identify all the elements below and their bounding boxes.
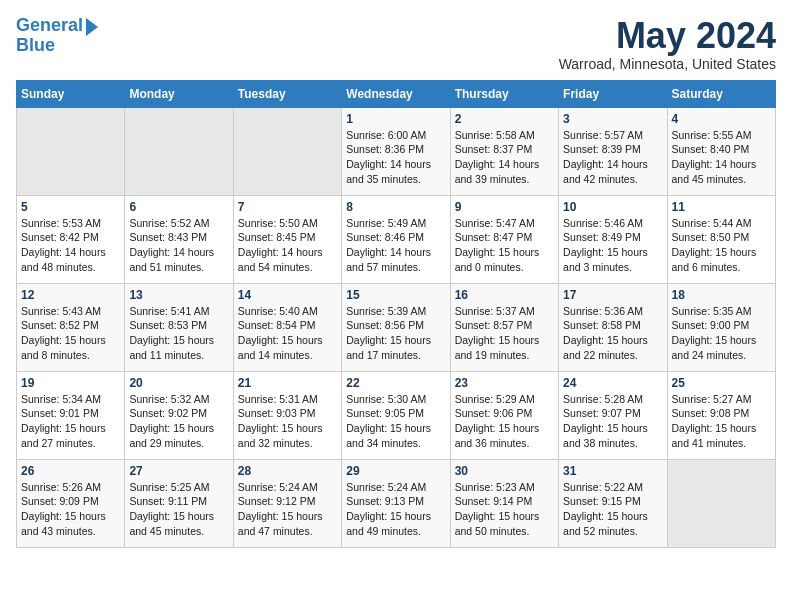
calendar-cell: 26Sunrise: 5:26 AM Sunset: 9:09 PM Dayli…: [17, 459, 125, 547]
day-number: 3: [563, 112, 662, 126]
calendar-cell: 17Sunrise: 5:36 AM Sunset: 8:58 PM Dayli…: [559, 283, 667, 371]
day-info: Sunrise: 5:30 AM Sunset: 9:05 PM Dayligh…: [346, 392, 445, 451]
calendar-cell: 12Sunrise: 5:43 AM Sunset: 8:52 PM Dayli…: [17, 283, 125, 371]
calendar-cell: 9Sunrise: 5:47 AM Sunset: 8:47 PM Daylig…: [450, 195, 558, 283]
calendar-cell: 24Sunrise: 5:28 AM Sunset: 9:07 PM Dayli…: [559, 371, 667, 459]
day-number: 21: [238, 376, 337, 390]
day-number: 31: [563, 464, 662, 478]
day-number: 10: [563, 200, 662, 214]
weekday-header-tuesday: Tuesday: [233, 80, 341, 107]
day-number: 16: [455, 288, 554, 302]
day-info: Sunrise: 5:55 AM Sunset: 8:40 PM Dayligh…: [672, 128, 771, 187]
calendar-cell: 29Sunrise: 5:24 AM Sunset: 9:13 PM Dayli…: [342, 459, 450, 547]
day-number: 15: [346, 288, 445, 302]
day-info: Sunrise: 5:39 AM Sunset: 8:56 PM Dayligh…: [346, 304, 445, 363]
day-number: 28: [238, 464, 337, 478]
day-info: Sunrise: 5:25 AM Sunset: 9:11 PM Dayligh…: [129, 480, 228, 539]
day-info: Sunrise: 5:43 AM Sunset: 8:52 PM Dayligh…: [21, 304, 120, 363]
calendar-cell: 5Sunrise: 5:53 AM Sunset: 8:42 PM Daylig…: [17, 195, 125, 283]
day-info: Sunrise: 5:29 AM Sunset: 9:06 PM Dayligh…: [455, 392, 554, 451]
day-number: 26: [21, 464, 120, 478]
day-info: Sunrise: 5:32 AM Sunset: 9:02 PM Dayligh…: [129, 392, 228, 451]
day-info: Sunrise: 5:40 AM Sunset: 8:54 PM Dayligh…: [238, 304, 337, 363]
header-row: SundayMondayTuesdayWednesdayThursdayFrid…: [17, 80, 776, 107]
day-info: Sunrise: 5:26 AM Sunset: 9:09 PM Dayligh…: [21, 480, 120, 539]
day-number: 27: [129, 464, 228, 478]
day-number: 30: [455, 464, 554, 478]
calendar-cell: [667, 459, 775, 547]
calendar-cell: 22Sunrise: 5:30 AM Sunset: 9:05 PM Dayli…: [342, 371, 450, 459]
week-row-4: 26Sunrise: 5:26 AM Sunset: 9:09 PM Dayli…: [17, 459, 776, 547]
day-info: Sunrise: 5:44 AM Sunset: 8:50 PM Dayligh…: [672, 216, 771, 275]
day-number: 11: [672, 200, 771, 214]
calendar-cell: 10Sunrise: 5:46 AM Sunset: 8:49 PM Dayli…: [559, 195, 667, 283]
weekday-header-saturday: Saturday: [667, 80, 775, 107]
day-number: 7: [238, 200, 337, 214]
week-row-1: 5Sunrise: 5:53 AM Sunset: 8:42 PM Daylig…: [17, 195, 776, 283]
day-number: 25: [672, 376, 771, 390]
location: Warroad, Minnesota, United States: [559, 56, 776, 72]
day-info: Sunrise: 5:36 AM Sunset: 8:58 PM Dayligh…: [563, 304, 662, 363]
day-info: Sunrise: 5:34 AM Sunset: 9:01 PM Dayligh…: [21, 392, 120, 451]
day-number: 17: [563, 288, 662, 302]
day-number: 9: [455, 200, 554, 214]
day-number: 8: [346, 200, 445, 214]
day-number: 18: [672, 288, 771, 302]
logo-line2: Blue: [16, 36, 98, 56]
day-info: Sunrise: 5:24 AM Sunset: 9:12 PM Dayligh…: [238, 480, 337, 539]
week-row-3: 19Sunrise: 5:34 AM Sunset: 9:01 PM Dayli…: [17, 371, 776, 459]
day-info: Sunrise: 5:53 AM Sunset: 8:42 PM Dayligh…: [21, 216, 120, 275]
day-number: 12: [21, 288, 120, 302]
day-info: Sunrise: 5:31 AM Sunset: 9:03 PM Dayligh…: [238, 392, 337, 451]
day-info: Sunrise: 5:49 AM Sunset: 8:46 PM Dayligh…: [346, 216, 445, 275]
weekday-header-monday: Monday: [125, 80, 233, 107]
weekday-header-wednesday: Wednesday: [342, 80, 450, 107]
calendar-cell: 23Sunrise: 5:29 AM Sunset: 9:06 PM Dayli…: [450, 371, 558, 459]
calendar-cell: 30Sunrise: 5:23 AM Sunset: 9:14 PM Dayli…: [450, 459, 558, 547]
day-number: 29: [346, 464, 445, 478]
day-info: Sunrise: 5:46 AM Sunset: 8:49 PM Dayligh…: [563, 216, 662, 275]
calendar-cell: 19Sunrise: 5:34 AM Sunset: 9:01 PM Dayli…: [17, 371, 125, 459]
logo-text: General: [16, 16, 83, 36]
day-info: Sunrise: 5:35 AM Sunset: 9:00 PM Dayligh…: [672, 304, 771, 363]
calendar-cell: 25Sunrise: 5:27 AM Sunset: 9:08 PM Dayli…: [667, 371, 775, 459]
calendar-cell: 1Sunrise: 6:00 AM Sunset: 8:36 PM Daylig…: [342, 107, 450, 195]
month-title: May 2024: [559, 16, 776, 56]
day-number: 1: [346, 112, 445, 126]
day-number: 4: [672, 112, 771, 126]
week-row-2: 12Sunrise: 5:43 AM Sunset: 8:52 PM Dayli…: [17, 283, 776, 371]
calendar-cell: [17, 107, 125, 195]
day-info: Sunrise: 5:27 AM Sunset: 9:08 PM Dayligh…: [672, 392, 771, 451]
day-info: Sunrise: 5:57 AM Sunset: 8:39 PM Dayligh…: [563, 128, 662, 187]
calendar-cell: 20Sunrise: 5:32 AM Sunset: 9:02 PM Dayli…: [125, 371, 233, 459]
day-info: Sunrise: 5:37 AM Sunset: 8:57 PM Dayligh…: [455, 304, 554, 363]
weekday-header-friday: Friday: [559, 80, 667, 107]
day-number: 14: [238, 288, 337, 302]
day-number: 2: [455, 112, 554, 126]
calendar-body: 1Sunrise: 6:00 AM Sunset: 8:36 PM Daylig…: [17, 107, 776, 547]
logo: General Blue: [16, 16, 98, 56]
day-info: Sunrise: 5:23 AM Sunset: 9:14 PM Dayligh…: [455, 480, 554, 539]
day-number: 22: [346, 376, 445, 390]
day-info: Sunrise: 5:28 AM Sunset: 9:07 PM Dayligh…: [563, 392, 662, 451]
day-number: 23: [455, 376, 554, 390]
day-number: 6: [129, 200, 228, 214]
calendar-cell: 28Sunrise: 5:24 AM Sunset: 9:12 PM Dayli…: [233, 459, 341, 547]
page-header: General Blue May 2024 Warroad, Minnesota…: [16, 16, 776, 72]
calendar-cell: 13Sunrise: 5:41 AM Sunset: 8:53 PM Dayli…: [125, 283, 233, 371]
calendar-cell: [233, 107, 341, 195]
calendar-cell: 4Sunrise: 5:55 AM Sunset: 8:40 PM Daylig…: [667, 107, 775, 195]
day-info: Sunrise: 5:47 AM Sunset: 8:47 PM Dayligh…: [455, 216, 554, 275]
day-info: Sunrise: 5:58 AM Sunset: 8:37 PM Dayligh…: [455, 128, 554, 187]
calendar-cell: 27Sunrise: 5:25 AM Sunset: 9:11 PM Dayli…: [125, 459, 233, 547]
day-number: 5: [21, 200, 120, 214]
day-info: Sunrise: 5:52 AM Sunset: 8:43 PM Dayligh…: [129, 216, 228, 275]
calendar-cell: 8Sunrise: 5:49 AM Sunset: 8:46 PM Daylig…: [342, 195, 450, 283]
calendar-table: SundayMondayTuesdayWednesdayThursdayFrid…: [16, 80, 776, 548]
week-row-0: 1Sunrise: 6:00 AM Sunset: 8:36 PM Daylig…: [17, 107, 776, 195]
calendar-cell: 16Sunrise: 5:37 AM Sunset: 8:57 PM Dayli…: [450, 283, 558, 371]
day-info: Sunrise: 5:41 AM Sunset: 8:53 PM Dayligh…: [129, 304, 228, 363]
calendar-cell: 3Sunrise: 5:57 AM Sunset: 8:39 PM Daylig…: [559, 107, 667, 195]
day-info: Sunrise: 5:50 AM Sunset: 8:45 PM Dayligh…: [238, 216, 337, 275]
logo-arrow-icon: [86, 18, 98, 36]
